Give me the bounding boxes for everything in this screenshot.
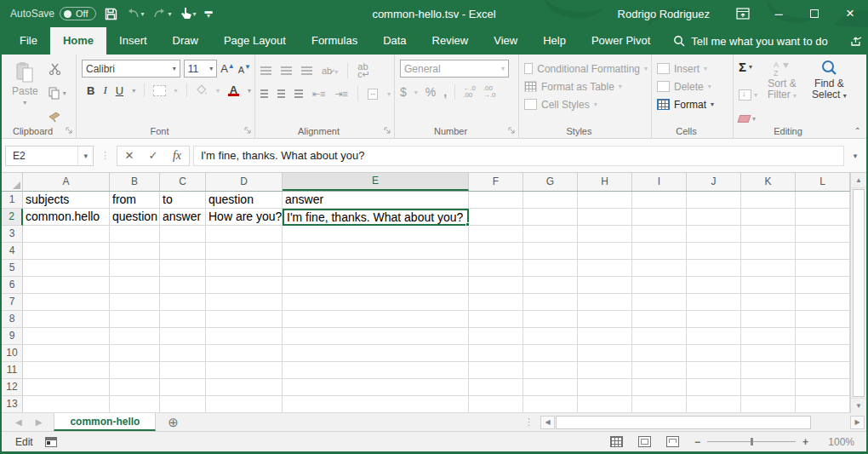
cell-J1[interactable] (687, 192, 741, 209)
cell-G8[interactable] (523, 311, 578, 328)
cell-B5[interactable] (110, 260, 160, 277)
cell-J12[interactable] (687, 379, 741, 396)
autosum-button[interactable]: Σ (739, 60, 746, 74)
cell-K11[interactable] (741, 362, 796, 379)
tab-draw[interactable]: Draw (160, 27, 211, 55)
column-header-D[interactable]: D (206, 173, 283, 191)
underline-button[interactable]: U (116, 84, 123, 97)
insert-cells-button[interactable]: Insert ▾ (657, 60, 729, 78)
cell-H1[interactable] (578, 192, 632, 209)
tell-me-box[interactable]: Tell me what you want to do (663, 35, 837, 48)
row-header-13[interactable]: 13 (2, 396, 23, 413)
alignment-dialog-launcher-icon[interactable] (384, 127, 391, 135)
row-header-6[interactable]: 6 (2, 277, 23, 294)
font-size-select[interactable]: 11 ▾ (184, 60, 217, 78)
cell-K10[interactable] (741, 345, 796, 362)
save-button[interactable] (105, 8, 117, 20)
formula-input[interactable]: I'm fine, thanks. What about you? (193, 146, 844, 166)
fill-color-dropdown-icon[interactable]: ▾ (216, 87, 220, 95)
cell-B9[interactable] (110, 328, 160, 345)
cell-I12[interactable] (632, 379, 687, 396)
cell-D10[interactable] (206, 345, 283, 362)
cell-E1[interactable]: answer (283, 192, 469, 209)
underline-dropdown-icon[interactable]: ▾ (132, 87, 135, 95)
cell-L8[interactable] (796, 311, 850, 328)
page-break-preview-icon[interactable] (666, 436, 679, 447)
copy-icon[interactable] (49, 87, 60, 100)
tab-help[interactable]: Help (530, 27, 579, 55)
scroll-down-icon[interactable]: ▼ (851, 398, 866, 413)
cell-A1[interactable]: subjects (23, 192, 110, 209)
ribbon-display-options-button[interactable] (725, 0, 761, 27)
tab-scrollbar-splitter[interactable]: ⋮ (519, 413, 539, 431)
cell-I8[interactable] (632, 311, 687, 328)
borders-dropdown-icon[interactable]: ▾ (174, 87, 178, 95)
cell-K4[interactable] (741, 243, 796, 260)
paste-dropdown-icon[interactable]: ▾ (23, 99, 26, 106)
font-family-select[interactable]: Calibri ▾ (82, 60, 180, 78)
cell-G2[interactable] (523, 209, 578, 226)
new-sheet-button[interactable]: ⊕ (156, 413, 190, 431)
row-header-5[interactable]: 5 (2, 260, 23, 277)
clear-button[interactable] (738, 115, 751, 123)
align-right-icon[interactable] (294, 89, 302, 98)
cell-C2[interactable]: answer (160, 209, 206, 226)
accounting-format-icon[interactable]: $ (400, 85, 407, 99)
cell-I13[interactable] (632, 396, 687, 413)
column-header-K[interactable]: K (741, 173, 796, 191)
borders-icon[interactable] (153, 85, 165, 96)
scroll-right-icon[interactable]: ▶ (850, 416, 865, 429)
top-align-icon[interactable] (260, 66, 271, 75)
cell-A13[interactable] (23, 396, 110, 413)
share-button[interactable]: Share (842, 35, 868, 48)
cell-A8[interactable] (23, 311, 110, 328)
increase-font-size-button[interactable]: A▲ (220, 62, 235, 75)
cell-L13[interactable] (796, 396, 850, 413)
cell-E2[interactable]: I'm fine, thanks. What about you? (283, 209, 469, 226)
cell-F7[interactable] (469, 294, 523, 311)
tab-data[interactable]: Data (370, 27, 419, 55)
cell-J3[interactable] (687, 226, 741, 243)
autosave-toggle[interactable]: AutoSave Off (10, 7, 96, 20)
cell-I7[interactable] (632, 294, 687, 311)
autosave-pill[interactable]: Off (60, 7, 95, 20)
undo-dropdown-icon[interactable]: ▾ (141, 10, 145, 18)
cell-J10[interactable] (687, 345, 741, 362)
copy-dropdown-icon[interactable]: ▾ (63, 89, 66, 97)
cell-B4[interactable] (110, 243, 160, 260)
cell-H7[interactable] (578, 294, 632, 311)
sheet-tab-common-hello[interactable]: common-hello (54, 413, 156, 431)
cell-F5[interactable] (469, 260, 523, 277)
cell-H10[interactable] (578, 345, 632, 362)
cell-J8[interactable] (687, 311, 741, 328)
cell-E7[interactable] (283, 294, 469, 311)
find-select-button[interactable]: Find & Select ▾ (807, 60, 852, 123)
cell-C5[interactable] (160, 260, 206, 277)
scroll-left-icon[interactable]: ◀ (540, 416, 555, 429)
tab-view[interactable]: View (481, 27, 530, 55)
cell-I9[interactable] (632, 328, 687, 345)
cell-D12[interactable] (206, 379, 283, 396)
cell-F3[interactable] (469, 226, 523, 243)
font-color-dropdown-icon[interactable]: ▾ (248, 87, 251, 95)
cell-A9[interactable] (23, 328, 110, 345)
cell-K3[interactable] (741, 226, 796, 243)
cell-D9[interactable] (206, 328, 283, 345)
comma-style-icon[interactable]: , (443, 85, 447, 99)
redo-button[interactable]: ▾ (153, 8, 172, 20)
percent-style-icon[interactable]: % (425, 85, 436, 99)
bold-button[interactable]: B (87, 84, 94, 97)
cell-B6[interactable] (110, 277, 160, 294)
cell-L3[interactable] (796, 226, 850, 243)
cell-H5[interactable] (578, 260, 632, 277)
touch-mode-dropdown-icon[interactable]: ▾ (193, 10, 197, 18)
cell-G11[interactable] (523, 362, 578, 379)
cell-D11[interactable] (206, 362, 283, 379)
cell-A11[interactable] (23, 362, 110, 379)
name-box[interactable]: E2 ▾ (5, 146, 94, 166)
align-left-icon[interactable] (260, 89, 268, 98)
cell-C13[interactable] (160, 396, 206, 413)
cell-B8[interactable] (110, 311, 160, 328)
cell-E4[interactable] (283, 243, 469, 260)
column-header-F[interactable]: F (469, 173, 523, 191)
